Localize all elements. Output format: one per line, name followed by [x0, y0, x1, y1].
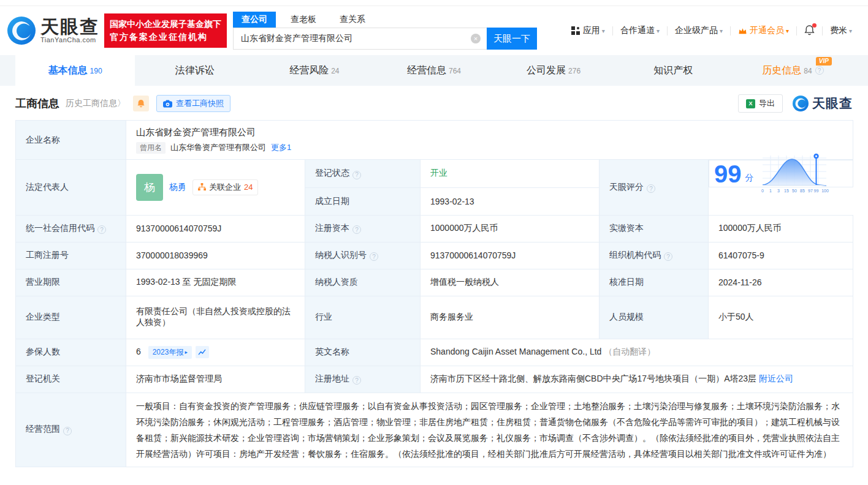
- notification-bell-icon[interactable]: [804, 25, 815, 36]
- help-icon[interactable]: ?: [370, 252, 378, 261]
- chevron-right-icon: ▸: [185, 349, 188, 355]
- label-text: 组织机构代码: [609, 250, 661, 260]
- business-info-table: 企业名称 山东省财金资产管理有限公司 曾用名 山东华鲁资产管理有限公司 更多1 …: [15, 120, 853, 467]
- brand-name: 天眼查: [40, 18, 99, 36]
- nav-username: 费米: [830, 25, 847, 36]
- clear-search-icon[interactable]: ×: [471, 34, 481, 43]
- insured-trend-button[interactable]: [196, 346, 209, 358]
- tab-history-info[interactable]: VIP 历史信息84 ?: [733, 55, 853, 86]
- search-tab-relation[interactable]: 查关系: [331, 12, 374, 28]
- help-icon[interactable]: ?: [352, 376, 361, 385]
- label-text: 登记状态: [315, 168, 349, 178]
- registration-status-value[interactable]: 开业: [430, 168, 447, 178]
- tianyancha-swirl-icon: [7, 17, 36, 45]
- registration-authority-value: 济南市市场监督管理局: [126, 366, 305, 393]
- snapshot-button-label: 查看工商快照: [176, 98, 224, 109]
- search-input[interactable]: [233, 28, 487, 50]
- brand-domain: TianYanCha.com: [40, 36, 99, 43]
- business-term-value: 1993-02-13 至 无固定期限: [126, 269, 305, 296]
- taxpayer-id-value: 91370000614070759J: [421, 242, 600, 269]
- svg-text:100: 100: [821, 189, 829, 193]
- chevron-down-icon: ▾: [786, 28, 789, 34]
- tab-basic-info[interactable]: 基本信息190: [15, 55, 135, 86]
- help-icon[interactable]: ?: [97, 225, 106, 234]
- history-business-info-link[interactable]: 历史工商信息〉: [66, 98, 126, 109]
- export-button-label: 导出: [759, 98, 775, 109]
- field-label-company-name: 企业名称: [16, 121, 126, 160]
- svg-text:3: 3: [777, 189, 780, 193]
- monitor-bell-button[interactable]: [133, 96, 149, 111]
- annual-report-chip[interactable]: 2023年报▸: [148, 346, 192, 359]
- tab-label: 经营风险: [289, 64, 329, 77]
- tianyancha-swirl-icon: [793, 96, 809, 111]
- more-former-names-link[interactable]: 更多1: [271, 142, 291, 153]
- help-icon[interactable]: ?: [63, 427, 72, 435]
- export-button[interactable]: X 导出: [738, 94, 783, 113]
- field-label-registration-status: 登记状态?: [305, 160, 421, 188]
- org-code-value: 61407075-9: [709, 242, 853, 269]
- tab-business-info[interactable]: 经营信息764: [374, 55, 493, 86]
- search-button[interactable]: 天眼一下: [487, 28, 537, 50]
- page-top-divider: [0, 0, 868, 6]
- nav-partner-label: 合作通道: [620, 25, 655, 36]
- nav-apps-label: 应用: [583, 25, 600, 36]
- tianyancha-watermark: 天眼查: [793, 95, 853, 112]
- nav-apps[interactable]: 应用 ▾: [571, 25, 605, 36]
- tab-intellectual-property[interactable]: 知识产权: [614, 55, 733, 86]
- tianyancha-logo[interactable]: 天眼查 TianYanCha.com: [7, 17, 99, 45]
- tab-business-risk[interactable]: 经营风险24: [254, 55, 374, 86]
- related-companies-label: 关联企业: [209, 182, 241, 193]
- apps-grid-icon: [571, 26, 580, 35]
- search-tab-boss[interactable]: 查老板: [282, 12, 325, 28]
- tab-company-development[interactable]: 公司发展276: [494, 55, 614, 86]
- label-text: 经营范围: [26, 424, 60, 434]
- field-label-paid-capital: 实缴资本: [600, 215, 709, 242]
- nav-enterprise-label: 企业级产品: [675, 25, 718, 36]
- tab-legal-litigation[interactable]: 法律诉讼: [135, 55, 254, 86]
- field-label-taxpayer-quality: 纳税人资质: [305, 269, 421, 296]
- gov-badge-line2: 官方备案企业征信机构: [110, 31, 221, 43]
- registered-address-value: 济南市历下区经十路北侧、解放东路南侧CBD中央广场17号地块项目（一期）A塔23…: [430, 374, 756, 383]
- vip-badge: VIP: [816, 57, 832, 66]
- field-label-business-scope: 经营范围?: [16, 393, 126, 467]
- top-nav: 应用 ▾ 合作通道 ▾ 企业级产品 ▾ 开通会员 ▾ 费米 ▾: [571, 25, 852, 36]
- notification-dot: [812, 23, 817, 28]
- svg-text:0: 0: [761, 189, 764, 193]
- tab-label: 知识产权: [653, 64, 693, 77]
- help-icon[interactable]: ?: [352, 225, 361, 234]
- tab-label: 基本信息: [48, 64, 88, 77]
- paid-capital-value: 100000万人民币: [709, 215, 853, 242]
- nav-vip-label: 开通会员: [750, 25, 784, 36]
- search-tab-company[interactable]: 查公司: [233, 12, 276, 28]
- field-label-registration-number: 工商注册号: [16, 242, 126, 269]
- help-icon[interactable]: ?: [664, 252, 672, 261]
- tianyan-score-cell: 99 分 0 1 3 15 50 85 97: [709, 160, 853, 187]
- help-icon[interactable]: ?: [815, 66, 824, 75]
- help-icon[interactable]: ?: [352, 171, 361, 179]
- staff-size-value: 小于50人: [709, 296, 853, 339]
- gov-certification-badge: 国家中小企业发展子基金旗下 官方备案企业征信机构: [104, 13, 227, 48]
- annual-report-label: 2023年报: [153, 347, 184, 358]
- legal-rep-name-link[interactable]: 杨勇: [169, 182, 186, 193]
- nav-open-vip[interactable]: 开通会员 ▾: [738, 25, 789, 36]
- insured-count-value: 6: [136, 347, 141, 356]
- related-companies-badge[interactable]: 关联企业 24: [192, 179, 258, 195]
- nav-user-menu[interactable]: 费米 ▾: [830, 25, 852, 36]
- view-business-snapshot-button[interactable]: 查看工商快照: [156, 95, 230, 112]
- nav-enterprise-products[interactable]: 企业级产品 ▾: [675, 25, 723, 36]
- credit-code-value: 91370000614070759J: [126, 215, 305, 242]
- registered-capital-value: 1000000万人民币: [421, 215, 600, 242]
- nav-partner-channel[interactable]: 合作通道 ▾: [620, 25, 660, 36]
- history-link-label: 历史工商信息: [66, 98, 117, 108]
- tab-label: 公司发展: [527, 64, 566, 77]
- legal-rep-avatar[interactable]: 杨: [136, 174, 163, 201]
- nearby-companies-link[interactable]: 附近公司: [759, 374, 793, 383]
- watermark-label: 天眼查: [812, 95, 853, 112]
- gov-badge-line1: 国家中小企业发展子基金旗下: [110, 18, 221, 31]
- help-icon[interactable]: ?: [647, 184, 655, 193]
- field-label-approval-date: 核准日期: [600, 269, 709, 296]
- nav-separator: [822, 26, 823, 36]
- score-unit: 分: [745, 173, 754, 184]
- tab-count: 190: [90, 67, 102, 75]
- tab-label: 历史信息: [762, 64, 801, 77]
